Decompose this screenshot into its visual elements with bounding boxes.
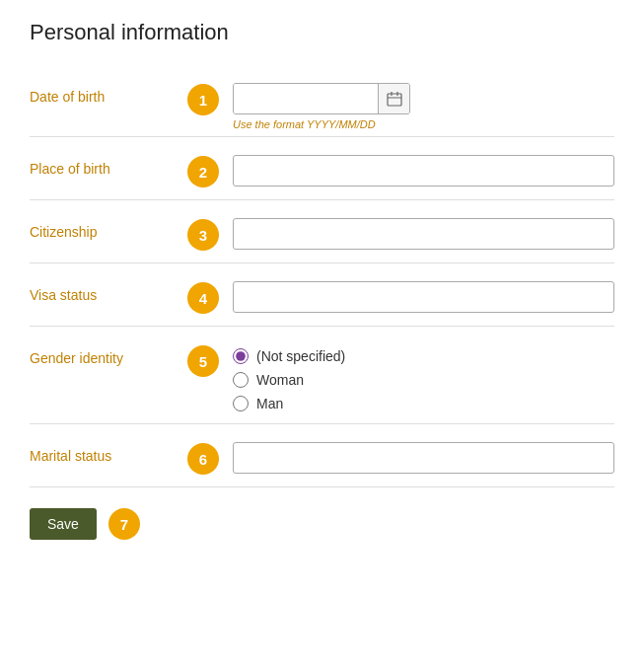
step-badge-5: 5 [187,345,219,377]
gender-label-not-specified: (Not specified) [256,348,345,364]
step-badge-7: 7 [108,508,140,540]
place-of-birth-row: Place of birth 2 [30,137,614,200]
date-format-hint: Use the format YYYY/MM/DD [233,118,614,130]
date-of-birth-field: Use the format YYYY/MM/DD [233,83,614,130]
step-badge-4: 4 [187,282,219,314]
marital-status-input[interactable] [233,442,614,474]
place-of-birth-field [233,155,614,186]
save-button[interactable]: Save [30,508,97,540]
svg-rect-0 [388,94,401,106]
gender-radio-group: (Not specified) Woman Man [233,344,614,411]
step-badge-3: 3 [187,219,219,251]
gender-label-man: Man [256,396,283,411]
date-input-wrapper [233,83,410,114]
visa-status-input[interactable] [233,281,614,313]
gender-identity-row: Gender identity 5 (Not specified) Woman … [30,327,614,424]
gender-radio-not-specified[interactable] [233,348,249,364]
page-title: Personal information [30,20,614,45]
date-of-birth-label: Date of birth [30,83,187,105]
citizenship-row: Citizenship 3 [30,200,614,263]
gender-label-woman: Woman [256,372,304,388]
marital-status-row: Marital status 6 [30,424,614,487]
marital-status-field [233,442,614,474]
gender-option-man[interactable]: Man [233,396,614,411]
save-row: Save 7 [30,487,614,550]
gender-identity-label: Gender identity [30,344,187,366]
calendar-icon [387,91,402,107]
visa-status-label: Visa status [30,281,187,303]
marital-status-label: Marital status [30,442,187,464]
gender-option-woman[interactable]: Woman [233,372,614,388]
visa-status-row: Visa status 4 [30,263,614,327]
citizenship-input[interactable] [233,218,614,250]
calendar-icon-button[interactable] [378,84,409,113]
gender-identity-field: (Not specified) Woman Man [233,344,614,411]
place-of-birth-input[interactable] [233,155,614,186]
gender-option-not-specified[interactable]: (Not specified) [233,348,614,364]
citizenship-field [233,218,614,250]
gender-radio-woman[interactable] [233,372,249,388]
visa-status-field [233,281,614,313]
step-badge-1: 1 [187,84,219,115]
place-of-birth-label: Place of birth [30,155,187,177]
date-of-birth-row: Date of birth 1 Use the format YYYY/MM/D… [30,65,614,137]
step-badge-6: 6 [187,443,219,475]
gender-radio-man[interactable] [233,396,249,411]
date-of-birth-input[interactable] [234,84,378,113]
citizenship-label: Citizenship [30,218,187,240]
step-badge-2: 2 [187,156,219,187]
